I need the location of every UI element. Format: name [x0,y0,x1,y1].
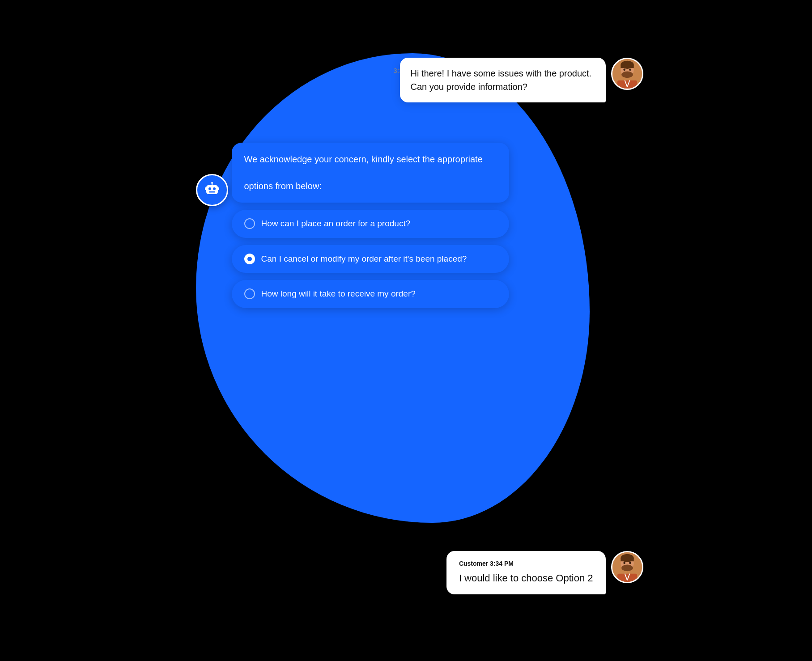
svg-rect-3 [621,65,633,68]
svg-point-4 [623,69,625,71]
svg-point-5 [629,69,631,71]
svg-rect-17 [218,187,219,190]
svg-point-11 [208,187,211,190]
option-1-button[interactable]: How can I place an order for a product? [232,210,509,238]
option-1-label: How can I place an order for a product? [261,218,411,230]
bot-avatar [196,174,228,206]
bot-main-text-2: options from below: [244,181,322,191]
svg-rect-10 [206,185,218,194]
svg-point-22 [623,562,625,564]
option-2-button[interactable]: Can I cancel or modify my order after it… [232,245,509,273]
svg-point-15 [211,182,213,184]
svg-rect-13 [209,191,215,193]
customer-message-top: Hi there! I have some issues with the pr… [400,58,643,102]
customer-text-bottom: I would like to choose Option 2 [459,572,593,585]
customer-bubble-top: Hi there! I have some issues with the pr… [400,58,606,102]
customer-bubble-bottom: Customer 3:34 PM I would like to choose … [446,551,606,594]
bot-main-bubble: We acknowledge your concern, kindly sele… [232,143,509,203]
radio-2-icon [244,254,255,264]
option-2-label: Can I cancel or modify my order after it… [261,253,467,265]
svg-rect-25 [617,574,637,582]
svg-point-23 [629,562,631,564]
customer-text-top: Hi there! I have some issues with the pr… [411,67,595,93]
svg-point-24 [621,565,633,572]
svg-rect-7 [617,81,637,89]
bot-main-text: We acknowledge your concern, kindly sele… [244,154,483,164]
svg-point-12 [213,187,216,190]
svg-point-6 [621,72,633,78]
customer-avatar-bottom [611,551,643,583]
bot-message-area: We acknowledge your concern, kindly sele… [232,143,509,308]
customer-message-bottom: Customer 3:34 PM I would like to choose … [446,551,643,594]
svg-rect-21 [621,558,633,561]
customer-header-bottom: Customer 3:34 PM [459,560,593,567]
option-3-label: How long will it take to receive my orde… [261,288,416,300]
option-3-button[interactable]: How long will it take to receive my orde… [232,280,509,308]
svg-rect-16 [205,187,206,190]
radio-1-icon [244,218,255,229]
customer-avatar-top [611,58,643,90]
radio-3-icon [244,288,255,299]
